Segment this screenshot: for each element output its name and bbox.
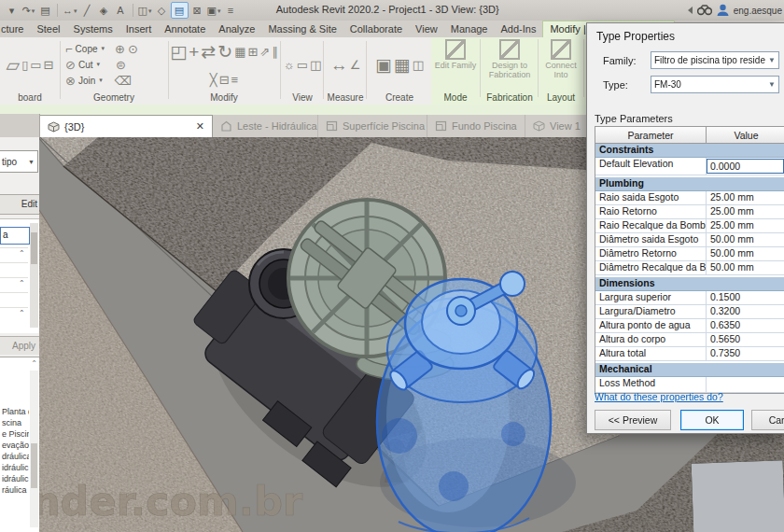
- properties-scrollbar[interactable]: [30, 223, 38, 328]
- scroll-up-icon[interactable]: ⌃: [31, 359, 37, 368]
- copy-modify-icon[interactable]: ⊞: [247, 46, 258, 58]
- param-row[interactable]: Raio saida Esgoto25.00 mm: [595, 191, 784, 205]
- print-icon[interactable]: ▤: [37, 3, 53, 18]
- param-row[interactable]: Diâmetro Retorno50.00 mm: [595, 247, 784, 261]
- param-row[interactable]: Largura superior0.1500: [595, 291, 784, 305]
- cancel-button[interactable]: Cancel: [751, 410, 784, 430]
- type-selector-partial[interactable]: tipo ▼: [0, 150, 38, 173]
- user-avatar-icon[interactable]: [717, 4, 729, 17]
- family-dropdown[interactable]: Filtro de piscina tipo residencial ▼: [651, 51, 779, 69]
- trim-icon[interactable]: ∥: [272, 46, 278, 58]
- mirror-icon[interactable]: ⇄: [201, 43, 216, 61]
- browser-item[interactable]: Planta de: [2, 406, 29, 417]
- browser-item[interactable]: idráulic: [2, 473, 29, 484]
- view-tab-superficie-piscina[interactable]: Superfície Piscina: [318, 115, 427, 137]
- text-icon[interactable]: A: [113, 3, 129, 18]
- undo-caret-icon[interactable]: ▾: [4, 3, 20, 18]
- ok-button[interactable]: OK: [680, 410, 744, 430]
- measure-icon[interactable]: ↔▾: [62, 3, 78, 18]
- browser-item[interactable]: e Piscina: [2, 428, 29, 440]
- value-column-header[interactable]: Value: [707, 127, 784, 143]
- switch-windows-icon[interactable]: ▣▾: [206, 3, 222, 18]
- signed-in-user[interactable]: eng.aesque: [734, 6, 782, 16]
- align-icon[interactable]: ◰: [170, 43, 187, 61]
- tab-manage[interactable]: Manage: [444, 21, 495, 37]
- tab-steel[interactable]: Steel: [30, 21, 66, 37]
- param-row[interactable]: Diâmetro Recalque da Bomb50.00 mm: [595, 261, 784, 275]
- param-row[interactable]: Diâmetro saida Esgoto50.00 mm: [595, 233, 784, 247]
- split-icon[interactable]: ╳: [210, 74, 217, 86]
- browser-item[interactable]: ráulica: [2, 484, 29, 496]
- edit-family-button[interactable]: Edit Family: [433, 39, 478, 71]
- type-dropdown[interactable]: FM-30 ▼: [651, 76, 779, 93]
- view-tab-3d-active[interactable]: {3D} ✕: [39, 115, 213, 137]
- properties-help-link[interactable]: What do these properties do?: [595, 391, 723, 402]
- browser-item[interactable]: scina: [2, 417, 29, 428]
- customize-qat-icon[interactable]: ≡: [223, 3, 239, 18]
- close-hidden-windows-icon[interactable]: ⊠: [189, 3, 205, 18]
- move-icon[interactable]: +: [189, 43, 199, 61]
- collapse-chevron-icon[interactable]: ⌃: [19, 279, 25, 287]
- tab-addins[interactable]: Add-Ins: [495, 21, 543, 37]
- default-3d-view-icon[interactable]: ◫▾: [137, 3, 153, 18]
- demolish-icon[interactable]: ⌫: [115, 75, 132, 87]
- param-row[interactable]: Altura total0.7350: [595, 347, 784, 361]
- design-to-fabrication-button[interactable]: Design to Fabrication: [483, 39, 536, 80]
- properties-icon[interactable]: ▤: [171, 2, 189, 19]
- pin-icon[interactable]: ⊟: [219, 74, 230, 86]
- cut-clipboard-icon[interactable]: ⊟: [44, 59, 54, 71]
- angle-icon[interactable]: ∠: [350, 59, 361, 71]
- offset-icon[interactable]: ⊙: [128, 43, 138, 55]
- redo-icon[interactable]: ↷▾: [21, 3, 36, 18]
- parameter-column-header[interactable]: Parameter: [595, 127, 707, 143]
- browser-item[interactable]: dráulica: [2, 451, 29, 462]
- connect-into-button[interactable]: Connect Into: [540, 39, 581, 80]
- join-tool[interactable]: ⊗ Join▾ ⌫: [62, 74, 170, 88]
- tab-analyze[interactable]: Analyze: [212, 21, 261, 37]
- override-icon[interactable]: ◫: [310, 59, 321, 71]
- cope-tool[interactable]: ⌐ Cope▾ ⊕ ⊙: [62, 42, 170, 56]
- edit-type-button[interactable]: Edit Type: [0, 194, 41, 215]
- tab-annotate[interactable]: Annotate: [158, 21, 212, 37]
- param-row-default-elevation[interactable]: Default Elevation 0.0000: [595, 158, 784, 175]
- tab-systems[interactable]: Systems: [67, 21, 119, 37]
- tab-insert[interactable]: Insert: [119, 21, 159, 37]
- hide-icon[interactable]: ▭: [297, 59, 308, 71]
- browser-item[interactable]: evação: [2, 440, 29, 451]
- browser-item[interactable]: idráulic: [2, 462, 29, 473]
- param-row[interactable]: Altura ponto de agua0.6350: [595, 319, 784, 333]
- match-type-icon[interactable]: ▯: [21, 59, 28, 71]
- rotate-icon[interactable]: ↻: [217, 43, 232, 61]
- cut-tool[interactable]: ⊘ Cut▾ ⊜: [62, 58, 170, 72]
- collapse-arrow-icon[interactable]: [688, 7, 693, 14]
- default-elevation-input[interactable]: 0.0000: [707, 159, 784, 174]
- search-binoculars-icon[interactable]: [697, 5, 712, 16]
- paint-icon[interactable]: ⊜: [116, 59, 126, 71]
- param-row[interactable]: Largura/Diametro0.3200: [595, 305, 784, 319]
- copy-icon[interactable]: ▭: [30, 59, 41, 71]
- tab-massing-site[interactable]: Massing & Site: [261, 21, 343, 37]
- property-value-field[interactable]: a: [0, 227, 30, 245]
- measure-ruler-icon[interactable]: ↔: [330, 56, 348, 74]
- tag-icon[interactable]: ◈: [96, 3, 112, 18]
- aligned-dimension-icon[interactable]: ╱: [79, 3, 95, 18]
- scale-icon[interactable]: ⇗: [259, 46, 270, 58]
- browser-scrollbar[interactable]: [30, 371, 38, 527]
- view-tab-fundo-piscina[interactable]: Fundo Piscina: [427, 115, 525, 137]
- apply-button[interactable]: Apply: [0, 336, 39, 355]
- tab-collaborate[interactable]: Collaborate: [343, 21, 409, 37]
- param-row[interactable]: Raio Retorno25.00 mm: [595, 205, 784, 219]
- delete-icon[interactable]: ≡: [231, 74, 239, 86]
- collapse-chevron-icon[interactable]: ⌃: [19, 309, 25, 317]
- similar-icon[interactable]: ◫: [413, 59, 424, 71]
- group-icon[interactable]: ▦: [394, 56, 411, 74]
- preview-button[interactable]: << Preview: [595, 410, 671, 430]
- paste-icon[interactable]: ▱: [7, 56, 21, 74]
- section-icon[interactable]: ◇: [154, 3, 170, 18]
- assembly-icon[interactable]: ▣: [375, 56, 392, 74]
- view-tab-leste-hidraulica[interactable]: Leste - Hidráulica: [213, 115, 318, 137]
- lightbulb-icon[interactable]: ☼: [284, 59, 295, 71]
- param-row[interactable]: Altura do corpo0.5650: [595, 333, 784, 347]
- collapse-chevron-icon[interactable]: ⌃: [19, 249, 25, 258]
- array-icon[interactable]: ▦: [234, 46, 245, 58]
